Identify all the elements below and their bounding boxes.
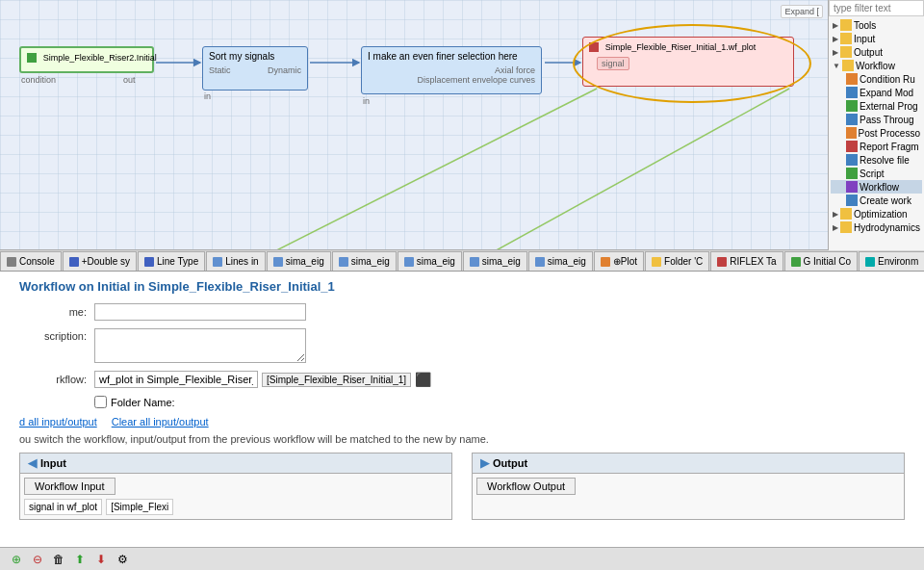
tree-label: Create work (860, 195, 911, 206)
tab-icon (273, 257, 283, 267)
port-n2-static: Static (209, 65, 231, 75)
tab-initial-co[interactable]: G Initial Co (784, 251, 858, 271)
delete-button[interactable]: 🗑 (50, 551, 67, 568)
tree-item-tools[interactable]: ▶ Tools (831, 18, 922, 32)
tree-item-external-prog[interactable]: External Prog (831, 99, 922, 113)
tree-item-report-fragm[interactable]: Report Fragm (831, 140, 922, 153)
tab-sima4[interactable]: sima_eig (463, 251, 527, 271)
workflow-tag: [Simple_Flexible_Riser_Initial_1] (262, 373, 411, 387)
tree-label: Optimization (854, 209, 908, 220)
workflow-label: rkflow: (19, 374, 87, 385)
tree-item-condition-ru[interactable]: Condition Ru (831, 72, 922, 86)
tab-sima5[interactable]: sima_eig (528, 251, 593, 271)
workflow-input[interactable] (94, 371, 258, 388)
tab-icon (213, 257, 222, 267)
bottom-toolbar: ⊕ ⊖ 🗑 ⬆ ⬇ ⚙ (0, 547, 924, 570)
folder-icon (840, 208, 852, 220)
tab-icon (535, 257, 545, 267)
tab-riflex[interactable]: RIFLEX Ta (710, 251, 783, 271)
tree-item-post-processor[interactable]: Post Processo (831, 126, 922, 140)
tree-label: Condition Ru (860, 74, 915, 85)
tab-double-sy[interactable]: +Double sy (63, 251, 137, 271)
name-input[interactable] (94, 303, 306, 321)
tab-label: Environm (878, 256, 918, 267)
item-icon (846, 87, 858, 98)
description-row: scription: (19, 328, 905, 363)
tree-label: Input (854, 34, 875, 44)
input-body: Workflow Input signal in wf_plot [Simple… (20, 474, 451, 519)
tree-item-input[interactable]: ▶ Input (831, 32, 922, 45)
tree-filter-input[interactable] (829, 0, 924, 16)
folder-icon (840, 19, 852, 31)
tree-label: Script (860, 168, 885, 179)
item-icon (846, 168, 858, 179)
name-label: me: (19, 306, 87, 318)
tree-item-workflow-item[interactable]: Workflow (831, 180, 922, 194)
load-all-link[interactable]: d all input/output (19, 416, 97, 428)
tree-item-expand-mod[interactable]: Expand Mod (831, 86, 922, 99)
tree-item-workflow[interactable]: ▼ Workflow (831, 59, 922, 72)
folder-name-checkbox[interactable] (94, 396, 107, 408)
item-icon (846, 100, 858, 112)
tab-icon (470, 257, 479, 267)
tree-item-hydrodynamics[interactable]: ▶ Hydrodynamics (831, 220, 922, 234)
node-3[interactable]: I make an even finer selection here Axia… (361, 46, 542, 94)
workflow-input-button[interactable]: Workflow Input (24, 478, 116, 495)
node-2[interactable]: Sort my signals Static Dynamic (202, 46, 308, 91)
workflow-output-button[interactable]: Workflow Output (476, 478, 576, 495)
workflow-browse-button[interactable]: ⬛ (415, 372, 431, 387)
item-icon (846, 194, 858, 206)
node-4[interactable]: Simple_Flexible_Riser_Initial_1.wf_plot … (582, 37, 794, 87)
input-label: Input (40, 457, 66, 469)
tab-line-type[interactable]: Line Type (138, 251, 205, 271)
item-icon (846, 141, 858, 152)
arrow-icon: ▶ (833, 223, 838, 232)
tab-plot[interactable]: ⊕Plot (594, 251, 644, 271)
add-green-button[interactable]: ⊕ (8, 551, 25, 568)
tree-item-create-work[interactable]: Create work (831, 194, 922, 207)
tab-environm[interactable]: Environm (859, 251, 924, 271)
tab-sima2[interactable]: sima_eig (332, 251, 397, 271)
move-up-button[interactable]: ⬆ (71, 551, 89, 568)
settings-button[interactable]: ⚙ (114, 551, 131, 568)
tree-item-pass-through[interactable]: Pass Throug (831, 113, 922, 126)
tab-label: RIFLEX Ta (730, 256, 776, 267)
tree-item-script[interactable]: Script (831, 167, 922, 180)
tab-lines-in[interactable]: Lines in (206, 251, 265, 271)
tab-label: ⊕Plot (613, 256, 637, 267)
output-panel: ▶ Output Workflow Output (472, 453, 905, 520)
tree-label: Workflow (860, 182, 899, 193)
tab-console[interactable]: Console (0, 251, 62, 271)
output-body: Workflow Output (473, 474, 904, 503)
port-n1-out: out (123, 75, 136, 85)
description-input[interactable] (94, 328, 306, 363)
tree-item-output[interactable]: ▶ Output (831, 45, 922, 59)
folder-name-row: Folder Name: (19, 396, 905, 408)
tab-icon (144, 257, 154, 267)
tab-sima1[interactable]: sima_eig (267, 251, 331, 271)
move-down-button[interactable]: ⬇ (92, 551, 110, 568)
canvas-area[interactable]: Simple_Flexible_Riser2.Initial condition… (0, 0, 828, 250)
tab-sima3[interactable]: sima_eig (398, 251, 462, 271)
port-n3-disp: Displacement envelope curves (368, 75, 535, 85)
input-cell-1: signal in wf_plot (24, 499, 102, 515)
page-title: Workflow on Initial in Simple_Flexible_R… (19, 279, 905, 294)
tab-folder[interactable]: Folder 'C (645, 251, 709, 271)
tab-bar: Console +Double sy Line Type Lines in si… (0, 250, 924, 272)
tree-item-optimization[interactable]: ▶ Optimization (831, 207, 922, 220)
tab-label: +Double sy (82, 256, 130, 267)
node-3-label: I make an even finer selection here (368, 51, 518, 62)
arrow-icon: ▶ (833, 21, 838, 30)
clear-all-link[interactable]: Clear all input/output (112, 416, 209, 428)
tab-icon (404, 257, 414, 267)
port-n3-axial: Axial force (368, 65, 535, 75)
node-1[interactable]: Simple_Flexible_Riser2.Initial (19, 46, 154, 73)
input-cell-2: [Simple_Flexi (106, 499, 173, 515)
tree-item-resolve-file[interactable]: Resolve file (831, 153, 922, 167)
input-header: ◀ Input (20, 453, 451, 474)
tree-label: Report Fragm (860, 142, 919, 152)
expand-button[interactable]: Expand [ (781, 5, 823, 18)
tab-label: sima_eig (417, 256, 455, 267)
remove-red-button[interactable]: ⊖ (29, 551, 46, 568)
tab-label: Lines in (225, 256, 258, 267)
